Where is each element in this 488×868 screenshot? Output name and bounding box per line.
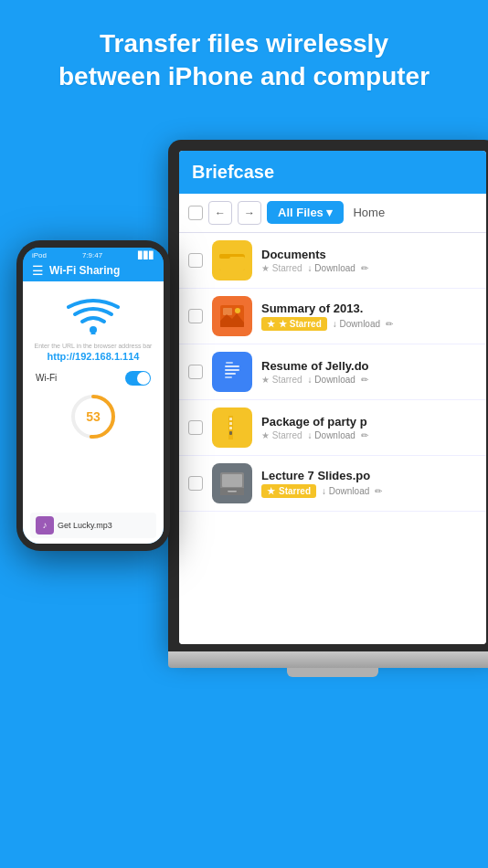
- laptop-screen-inner: Briefcase ← → All Files ▾ Home: [179, 151, 486, 644]
- star-icon[interactable]: ★ Starred: [261, 430, 302, 440]
- row-checkbox[interactable]: [188, 253, 203, 268]
- app-header: Briefcase: [179, 151, 486, 194]
- file-list: Documents ★ Starred ↓ Download ✏: [179, 233, 486, 644]
- table-row[interactable]: Summary of 2013. ★★ Starred ↓ Download ✏: [179, 289, 486, 344]
- table-row[interactable]: Resume of Jelly.do ★ Starred ↓ Download …: [179, 344, 486, 400]
- phone: iPod 7:9:47 ▊▊▊ ☰ Wi-Fi Sharing: [16, 240, 170, 551]
- laptop-base: [168, 651, 488, 668]
- breadcrumb: Home: [349, 206, 388, 219]
- edit-icon[interactable]: ✏: [386, 319, 393, 329]
- file-info: Summary of 2013. ★★ Starred ↓ Download ✏: [261, 302, 477, 331]
- status-bar: iPod 7:9:47 ▊▊▊: [23, 248, 164, 259]
- file-info: Lecture 7 Slides.po ★Starred ↓ Download …: [261, 469, 477, 498]
- page-title: Transfer files wirelesslybetween iPhone …: [18, 27, 470, 94]
- svg-rect-17: [229, 431, 232, 435]
- row-checkbox[interactable]: [188, 420, 203, 435]
- svg-rect-2: [219, 254, 230, 259]
- svg-rect-7: [225, 365, 239, 367]
- url-label: Enter the URL in the browser address bar: [35, 343, 153, 349]
- header-section: Transfer files wirelesslybetween iPhone …: [0, 0, 488, 112]
- file-name: Lecture 7 Slides.po: [261, 469, 477, 482]
- svg-rect-14: [229, 418, 232, 420]
- progress-circle: 53: [69, 393, 117, 440]
- file-info: Documents ★ Starred ↓ Download ✏: [261, 248, 477, 273]
- file-name: Summary of 2013.: [261, 302, 477, 315]
- status-battery: ▊▊▊: [138, 251, 154, 259]
- status-time: 7:9:47: [82, 251, 102, 259]
- download-link[interactable]: ↓ Download: [308, 263, 355, 273]
- download-link[interactable]: ↓ Download: [308, 375, 355, 385]
- star-icon[interactable]: ★ Starred: [261, 263, 302, 273]
- doc-icon: [212, 352, 252, 392]
- file-meta: ★ Starred ↓ Download ✏: [261, 375, 477, 385]
- phone-file-item: ♪ Get Lucky.mp3: [30, 513, 156, 538]
- file-meta: ★ Starred ↓ Download ✏: [261, 263, 477, 273]
- slides-icon: [212, 463, 252, 503]
- toggle-knob: [137, 372, 150, 385]
- edit-icon[interactable]: ✏: [375, 486, 382, 496]
- folder-icon: [212, 240, 252, 281]
- zip-icon: [212, 408, 252, 448]
- wifi-toggle-row: Wi-Fi: [30, 371, 156, 386]
- devices-container: Briefcase ← → All Files ▾ Home: [0, 122, 488, 779]
- svg-point-22: [90, 326, 97, 333]
- status-carrier: iPod: [32, 251, 47, 259]
- phone-screen: iPod 7:9:47 ▊▊▊ ☰ Wi-Fi Sharing: [23, 248, 164, 544]
- starred-badge[interactable]: ★★ Starred: [261, 317, 327, 331]
- phone-app-title: Wi-Fi Sharing: [49, 264, 120, 277]
- svg-rect-8: [225, 369, 239, 371]
- star-icon[interactable]: ★ Starred: [261, 375, 302, 385]
- svg-point-5: [235, 308, 240, 313]
- svg-rect-21: [228, 491, 237, 492]
- select-all-checkbox[interactable]: [188, 206, 203, 220]
- progress-value: 53: [86, 409, 101, 424]
- file-name: Resume of Jelly.do: [261, 359, 477, 373]
- svg-rect-15: [229, 422, 232, 425]
- music-icon: ♪: [36, 516, 54, 535]
- file-info: Package of party p ★ Starred ↓ Download …: [261, 415, 477, 440]
- svg-rect-11: [226, 362, 233, 364]
- wifi-toggle[interactable]: [125, 371, 151, 386]
- all-files-button[interactable]: All Files ▾: [267, 201, 344, 224]
- menu-icon[interactable]: ☰: [32, 263, 44, 278]
- file-name: Package of party p: [261, 415, 477, 429]
- wifi-icon: [66, 296, 121, 337]
- download-link[interactable]: ↓ Download: [333, 319, 380, 329]
- table-row[interactable]: Package of party p ★ Starred ↓ Download …: [179, 400, 486, 456]
- phone-header: ☰ Wi-Fi Sharing: [23, 259, 164, 281]
- back-button[interactable]: ←: [208, 201, 232, 225]
- phone-outer: iPod 7:9:47 ▊▊▊ ☰ Wi-Fi Sharing: [16, 240, 170, 551]
- download-link[interactable]: ↓ Download: [322, 486, 369, 496]
- edit-icon[interactable]: ✏: [361, 430, 368, 440]
- edit-icon[interactable]: ✏: [361, 263, 368, 273]
- edit-icon[interactable]: ✏: [361, 375, 368, 385]
- app-title: Briefcase: [192, 162, 473, 183]
- file-name: Documents: [261, 248, 477, 261]
- download-link[interactable]: ↓ Download: [308, 430, 355, 440]
- table-row[interactable]: Lecture 7 Slides.po ★Starred ↓ Download …: [179, 456, 486, 512]
- laptop: Briefcase ← → All Files ▾ Home: [168, 140, 488, 715]
- file-meta: ★★ Starred ↓ Download ✏: [261, 317, 477, 331]
- svg-rect-16: [229, 427, 232, 429]
- image-icon: [212, 296, 252, 336]
- wifi-label: Wi-Fi: [36, 373, 57, 383]
- svg-rect-4: [223, 308, 232, 315]
- starred-badge[interactable]: ★Starred: [261, 484, 316, 498]
- forward-button[interactable]: →: [238, 201, 261, 225]
- file-info: Resume of Jelly.do ★ Starred ↓ Download …: [261, 359, 477, 385]
- file-meta: ★ Starred ↓ Download ✏: [261, 430, 477, 440]
- svg-rect-10: [225, 376, 232, 378]
- row-checkbox[interactable]: [188, 365, 203, 379]
- table-row[interactable]: Documents ★ Starred ↓ Download ✏: [179, 233, 486, 289]
- file-meta: ★Starred ↓ Download ✏: [261, 484, 477, 498]
- row-checkbox[interactable]: [188, 476, 203, 491]
- laptop-screen: Briefcase ← → All Files ▾ Home: [168, 140, 488, 651]
- phone-file-name: Get Lucky.mp3: [58, 521, 112, 530]
- row-checkbox[interactable]: [188, 309, 203, 323]
- laptop-stand: [287, 668, 378, 677]
- phone-body: Enter the URL in the browser address bar…: [23, 281, 164, 544]
- app-toolbar: ← → All Files ▾ Home: [179, 194, 486, 233]
- svg-rect-1: [219, 257, 245, 270]
- url-value: http://192.168.1.114: [48, 351, 140, 362]
- svg-rect-9: [225, 373, 236, 375]
